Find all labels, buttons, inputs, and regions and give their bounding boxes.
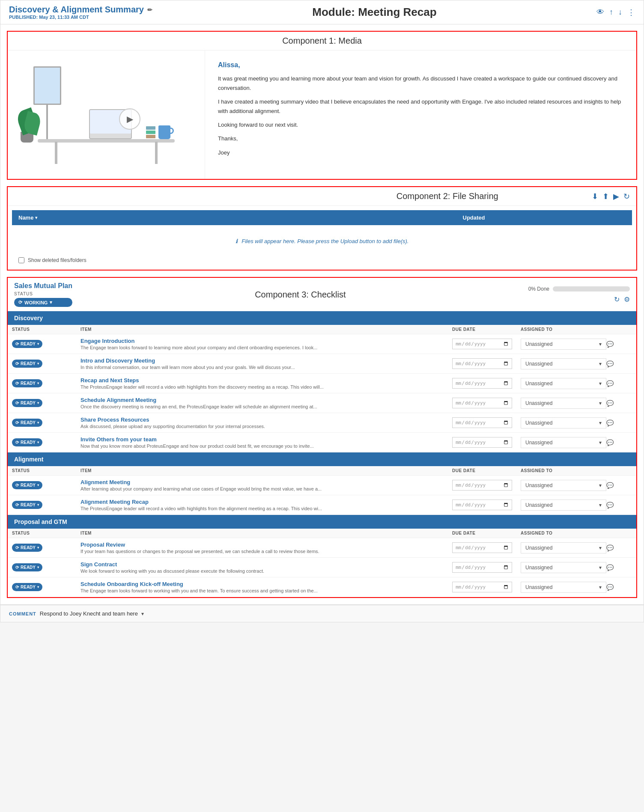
date-input[interactable]: [452, 582, 512, 592]
date-input[interactable]: [452, 358, 512, 369]
status-cell-1-1: ⟳ READY ▾: [12, 501, 80, 509]
show-deleted-label[interactable]: Show deleted files/folders: [28, 257, 86, 263]
date-input[interactable]: [452, 562, 512, 573]
ready-badge[interactable]: ⟳ READY ▾: [12, 544, 42, 552]
date-input[interactable]: [452, 339, 512, 349]
checklist-settings-icon[interactable]: ⚙: [624, 295, 630, 303]
date-input[interactable]: [452, 417, 512, 428]
ready-badge[interactable]: ⟳ READY ▾: [12, 399, 42, 407]
more-options-icon[interactable]: ⋮: [627, 8, 635, 17]
date-cell-0-0[interactable]: [452, 339, 521, 349]
date-cell-2-0[interactable]: [452, 542, 521, 553]
assigned-dropdown[interactable]: Unassigned▾: [521, 358, 606, 369]
item-title[interactable]: Alignment Meeting: [80, 479, 452, 485]
date-cell-0-5[interactable]: [452, 437, 521, 448]
ready-badge[interactable]: ⟳ READY ▾: [12, 379, 42, 387]
table-row: ⟳ READY ▾Proposal ReviewIf your team has…: [8, 538, 636, 558]
item-title[interactable]: Share Process Resources: [80, 416, 452, 423]
comment-action-icon[interactable]: 💬: [606, 360, 614, 367]
comment-action-icon[interactable]: 💬: [606, 564, 614, 571]
action-cell-0-1: 💬: [606, 360, 632, 367]
date-input[interactable]: [452, 437, 512, 448]
component2-file-sharing: Component 2: File Sharing ⬇ ⬆ ▶ ↻ Name ▾…: [7, 186, 637, 271]
date-cell-2-2[interactable]: [452, 582, 521, 592]
assigned-dropdown[interactable]: Unassigned▾: [521, 542, 606, 553]
date-cell-1-1[interactable]: [452, 500, 521, 510]
file-upload-icon[interactable]: ⬆: [602, 192, 609, 201]
file-refresh-icon[interactable]: ↻: [623, 192, 630, 201]
table-row: ⟳ READY ▾Engage IntroductionThe Engage t…: [8, 334, 636, 354]
item-title[interactable]: Intro and Discovery Meeting: [80, 357, 452, 364]
component3-title: Component 3: Checklist: [255, 290, 346, 300]
item-title[interactable]: Alignment Meeting Recap: [80, 499, 452, 505]
status-dropdown-icon: ▾: [50, 300, 52, 305]
col-header-2: DUE DATE: [452, 531, 521, 535]
play-button-icon[interactable]: ▶: [119, 108, 140, 130]
assigned-dropdown[interactable]: Unassigned▾: [521, 582, 606, 593]
date-input[interactable]: [452, 378, 512, 389]
ready-badge[interactable]: ⟳ READY ▾: [12, 360, 42, 368]
progress-bar: [553, 286, 630, 291]
ready-badge[interactable]: ⟳ READY ▾: [12, 438, 42, 446]
date-cell-2-1[interactable]: [452, 562, 521, 573]
file-download-icon[interactable]: ⬇: [592, 192, 598, 201]
comment-label: COMMENT: [9, 611, 36, 616]
assigned-dropdown[interactable]: Unassigned▾: [521, 417, 606, 428]
date-cell-0-3[interactable]: [452, 398, 521, 408]
ready-badge[interactable]: ⟳ READY ▾: [12, 583, 42, 591]
item-title[interactable]: Engage Introduction: [80, 338, 452, 344]
assigned-dropdown[interactable]: Unassigned▾: [521, 562, 606, 573]
assigned-cell-0-4: Unassigned▾: [521, 417, 606, 428]
item-title[interactable]: Schedule Onboarding Kick-off Meeting: [80, 581, 452, 587]
item-cell-0-2: Recap and Next StepsThe ProteusEngage le…: [80, 377, 452, 390]
comment-action-icon[interactable]: 💬: [606, 482, 614, 489]
date-input[interactable]: [452, 398, 512, 408]
name-sort-icon[interactable]: ▾: [35, 215, 37, 220]
show-deleted-checkbox[interactable]: [18, 257, 24, 263]
file-col-name-header[interactable]: Name ▾: [18, 214, 322, 221]
assigned-dropdown[interactable]: Unassigned▾: [521, 480, 606, 491]
ready-badge[interactable]: ⟳ READY ▾: [12, 419, 42, 427]
assigned-dropdown[interactable]: Unassigned▾: [521, 500, 606, 511]
status-cell-2-1: ⟳ READY ▾: [12, 563, 80, 571]
eye-icon[interactable]: 👁: [596, 8, 604, 17]
comment-action-icon[interactable]: 💬: [606, 419, 614, 426]
assigned-dropdown[interactable]: Unassigned▾: [521, 398, 606, 409]
comment-action-icon[interactable]: 💬: [606, 584, 614, 591]
comment-action-icon[interactable]: 💬: [606, 502, 614, 509]
item-title[interactable]: Sign Contract: [80, 561, 452, 568]
comment-action-icon[interactable]: 💬: [606, 439, 614, 446]
date-cell-0-2[interactable]: [452, 378, 521, 389]
item-title[interactable]: Schedule Alignment Meeting: [80, 397, 452, 403]
date-input[interactable]: [452, 542, 512, 553]
working-status-badge[interactable]: ⟳ WORKING ▾: [14, 298, 72, 307]
up-arrow-icon[interactable]: ↑: [609, 8, 613, 17]
comment-link[interactable]: Respond to Joey Knecht and team here: [40, 610, 138, 617]
ready-badge[interactable]: ⟳ READY ▾: [12, 340, 42, 348]
item-title[interactable]: Proposal Review: [80, 541, 452, 548]
down-arrow-icon[interactable]: ↓: [618, 8, 622, 17]
date-cell-0-4[interactable]: [452, 417, 521, 428]
ready-badge[interactable]: ⟳ READY ▾: [12, 501, 42, 509]
item-title[interactable]: Recap and Next Steps: [80, 377, 452, 384]
comment-action-icon[interactable]: 💬: [606, 341, 614, 348]
comment-action-icon[interactable]: 💬: [606, 400, 614, 407]
comment-footer: COMMENT Respond to Joey Knecht and team …: [0, 604, 644, 622]
edit-icon[interactable]: ✏: [147, 6, 152, 13]
checklist-refresh-icon[interactable]: ↻: [614, 295, 620, 303]
comment-dropdown-icon[interactable]: ▾: [141, 611, 144, 617]
comment-action-icon[interactable]: 💬: [606, 380, 614, 387]
assigned-dropdown[interactable]: Unassigned▾: [521, 378, 606, 389]
date-input[interactable]: [452, 500, 512, 510]
assigned-dropdown[interactable]: Unassigned▾: [521, 437, 606, 448]
date-cell-1-0[interactable]: [452, 480, 521, 491]
ready-badge[interactable]: ⟳ READY ▾: [12, 563, 42, 571]
ready-badge[interactable]: ⟳ READY ▾: [12, 481, 42, 489]
comment-action-icon[interactable]: 💬: [606, 544, 614, 551]
date-cell-0-1[interactable]: [452, 358, 521, 369]
assigned-dropdown[interactable]: Unassigned▾: [521, 339, 606, 350]
item-title[interactable]: Invite Others from your team: [80, 436, 452, 443]
item-cell-2-2: Schedule Onboarding Kick-off MeetingThe …: [80, 581, 452, 593]
date-input[interactable]: [452, 480, 512, 491]
file-folder-icon[interactable]: ▶: [613, 192, 619, 201]
